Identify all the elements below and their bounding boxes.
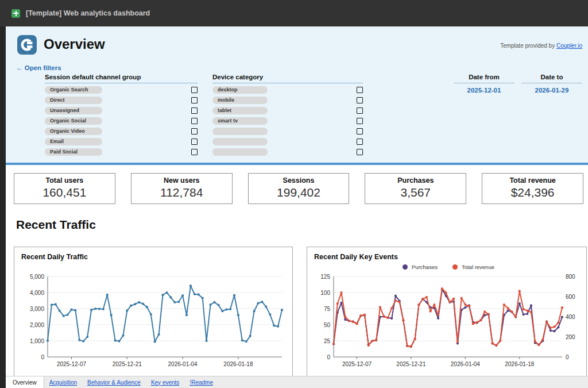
- recent-daily-key-events-chart: 025507510012502004006008002025-12-072025…: [314, 272, 582, 371]
- checkbox[interactable]: [357, 128, 363, 135]
- checkbox[interactable]: [357, 139, 363, 145]
- svg-text:3,000: 3,000: [30, 306, 44, 312]
- kpi-card-purchases: Purchases 3,567: [365, 173, 466, 204]
- svg-text:2026-01-04: 2026-01-04: [451, 361, 481, 367]
- recent-daily-traffic-chart: 01,0002,0003,0004,0005,0002025-12-072025…: [21, 272, 288, 371]
- kpi-card-sessions: Sessions 199,402: [248, 173, 350, 204]
- filter-row: Organic Social: [45, 116, 198, 126]
- kpi-value: $24,396: [482, 186, 583, 199]
- tab-key-events[interactable]: Key events: [151, 379, 179, 386]
- checkbox[interactable]: [357, 87, 363, 93]
- kpi-row: Total users 160,451 New users 112,784 Se…: [14, 173, 583, 204]
- date-to-value[interactable]: 2026-01-29: [521, 87, 582, 94]
- filter-pill-unassigned[interactable]: Unassigned: [45, 107, 102, 114]
- left-arrow-icon: ←: [16, 64, 23, 71]
- filter-pill-email[interactable]: Email: [45, 138, 102, 145]
- kpi-value: 3,567: [365, 186, 466, 199]
- filter-pill-paid-social[interactable]: Paid Social: [45, 148, 102, 156]
- filter-pill-organic-video[interactable]: Organic Video: [45, 128, 102, 135]
- tab-behavior-audience[interactable]: Behavior & Audience: [87, 379, 141, 386]
- date-from-value[interactable]: 2025-12-01: [454, 87, 514, 94]
- charts-row: Recent Daily Traffic 01,0002,0003,0004,0…: [14, 247, 587, 377]
- date-to-block: Date to 2026-01-29: [521, 74, 582, 94]
- channel-group-header: Session default channel group: [45, 74, 198, 83]
- date-to-label: Date to: [521, 74, 582, 83]
- kpi-label: Purchases: [365, 176, 466, 185]
- tab-readme[interactable]: !Readme: [189, 379, 213, 386]
- checkbox[interactable]: [191, 107, 198, 114]
- kpi-label: Sessions: [249, 176, 349, 185]
- checkbox[interactable]: [357, 118, 363, 124]
- sheet-content: Overview Template provided by Coupler.io…: [6, 26, 588, 388]
- checkbox[interactable]: [191, 128, 198, 135]
- tab-acquisition[interactable]: Acquisition: [49, 379, 77, 386]
- filter-panel: Overview Template provided by Coupler.io…: [6, 26, 588, 165]
- filter-row: Paid Social: [45, 147, 198, 157]
- filter-pill-smart-tv[interactable]: smart tv: [212, 117, 268, 125]
- kpi-card-total-revenue: Total revenue $24,396: [482, 173, 583, 204]
- filter-pill-organic-search[interactable]: Organic Search: [45, 86, 102, 94]
- svg-text:5,000: 5,000: [30, 274, 44, 280]
- channel-group-filter: Session default channel group Organic Se…: [45, 74, 198, 157]
- open-filters-link[interactable]: ← Open filters: [16, 64, 61, 71]
- checkbox[interactable]: [357, 97, 363, 103]
- checkbox[interactable]: [191, 139, 198, 145]
- filter-row: tablet: [212, 105, 363, 116]
- filter-pill-empty[interactable]: [212, 148, 268, 156]
- filter-row: [212, 147, 363, 157]
- filter-row: Unassigned: [45, 105, 198, 116]
- filter-pill-empty[interactable]: [212, 138, 268, 145]
- filter-row: mobile: [212, 95, 363, 105]
- svg-text:200: 200: [566, 334, 575, 340]
- svg-text:400: 400: [566, 314, 575, 320]
- svg-text:2025-12-21: 2025-12-21: [396, 361, 426, 367]
- svg-text:75: 75: [324, 306, 331, 312]
- filter-pill-organic-social[interactable]: Organic Social: [45, 117, 102, 125]
- filter-pill-tablet[interactable]: tablet: [212, 107, 268, 114]
- date-from-label: Date from: [454, 74, 514, 83]
- filter-row: [212, 136, 363, 147]
- filter-pill-direct[interactable]: Direct: [45, 97, 102, 104]
- svg-text:2026-01-04: 2026-01-04: [168, 361, 198, 367]
- svg-text:2025-12-21: 2025-12-21: [113, 361, 142, 367]
- coupler-link[interactable]: Coupler.io: [556, 43, 582, 49]
- filter-row: Organic Video: [45, 126, 198, 136]
- checkbox[interactable]: [191, 87, 198, 93]
- purchases-legend-dot: [403, 264, 408, 270]
- svg-text:4,000: 4,000: [30, 290, 44, 296]
- kpi-value: 199,402: [249, 186, 349, 199]
- page-title: Overview: [44, 36, 105, 52]
- filter-row: smart tv: [212, 116, 363, 126]
- google-sheets-icon: [11, 9, 20, 18]
- checkbox[interactable]: [191, 149, 198, 155]
- section-title: Recent Traffic: [16, 218, 588, 232]
- template-credit-text: Template provided by: [500, 43, 555, 49]
- svg-text:100: 100: [320, 290, 330, 296]
- legend-item-purchases: Purchases: [403, 264, 438, 270]
- checkbox[interactable]: [191, 97, 198, 103]
- filter-row: desktop: [212, 84, 363, 95]
- svg-text:0: 0: [41, 354, 44, 360]
- chart-title: Recent Daily Traffic: [21, 253, 289, 261]
- checkbox[interactable]: [357, 149, 363, 155]
- svg-text:800: 800: [566, 274, 575, 280]
- recent-daily-key-events-card: Recent Daily Key Events Purchases Total …: [307, 247, 587, 377]
- tab-overview[interactable]: Overview: [6, 377, 44, 388]
- kpi-card-total-users: Total users 160,451: [14, 173, 115, 204]
- svg-text:0: 0: [327, 354, 330, 360]
- checkbox[interactable]: [357, 107, 363, 114]
- date-from-block: Date from 2025-12-01: [454, 74, 514, 94]
- filter-pill-desktop[interactable]: desktop: [212, 86, 268, 94]
- svg-text:1,000: 1,000: [30, 338, 44, 344]
- svg-text:600: 600: [566, 294, 575, 300]
- filter-pill-empty[interactable]: [212, 128, 268, 135]
- checkbox[interactable]: [191, 118, 198, 124]
- left-edge-strip: [0, 26, 6, 388]
- template-credit: Template provided by Coupler.io: [500, 43, 582, 49]
- svg-text:2025-12-07: 2025-12-07: [342, 361, 372, 367]
- filter-pill-mobile[interactable]: mobile: [212, 97, 268, 104]
- date-range-filter: Date from 2025-12-01 Date to 2026-01-29: [454, 74, 582, 94]
- device-category-filter: Device category desktop mobile tablet sm…: [212, 74, 363, 157]
- kpi-value: 112,784: [131, 186, 232, 199]
- filter-row: [212, 126, 363, 136]
